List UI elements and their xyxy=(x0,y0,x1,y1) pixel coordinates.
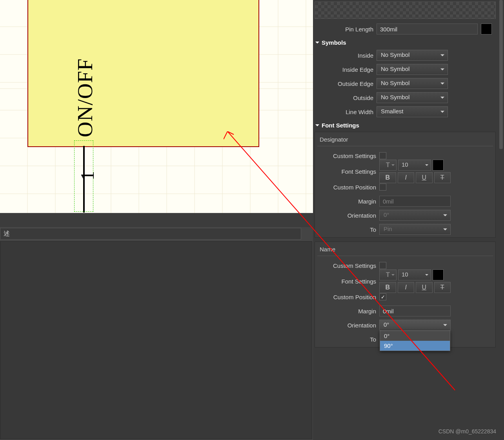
panel-scrollbar[interactable] xyxy=(498,0,504,440)
name-orientation-label: Orientation xyxy=(317,322,376,329)
name-to-label: To xyxy=(317,336,376,343)
properties-panel: Pin Length Symbols Inside No Symbol Insi… xyxy=(313,0,498,440)
inside-edge-dropdown[interactable]: No Symbol xyxy=(377,64,448,75)
designator-custom-position-checkbox[interactable] xyxy=(379,184,386,191)
font-settings-header-text: Font Settings xyxy=(322,122,359,129)
name-custom-position-label: Custom Position xyxy=(317,294,376,300)
designator-font-size-value: 10 xyxy=(402,161,408,168)
symbols-header-text: Symbols xyxy=(322,39,346,46)
chevron-down-icon xyxy=(440,83,444,85)
designator-group: Designator Custom Settings Font Settings… xyxy=(315,132,496,238)
name-font-family-dropdown[interactable]: T xyxy=(379,269,397,280)
chevron-down-icon xyxy=(440,69,444,71)
designator-bold-button[interactable]: B xyxy=(379,172,396,183)
name-bold-button[interactable]: B xyxy=(379,282,396,293)
line-width-value: Smallest xyxy=(381,108,404,115)
strikethrough-icon: T xyxy=(440,174,444,181)
chevron-down-icon xyxy=(443,215,447,216)
inside-label: Inside xyxy=(315,52,373,59)
line-width-dropdown[interactable]: Smallest xyxy=(377,106,448,117)
designator-orientation-dropdown: 0° xyxy=(379,210,451,221)
designator-to-label: To xyxy=(317,226,376,233)
outside-edge-label: Outside Edge xyxy=(315,80,373,87)
designator-custom-position-label: Custom Position xyxy=(317,184,376,191)
schematic-canvas[interactable]: ON/OFF 1 xyxy=(0,0,313,213)
name-orientation-options: 0° 90° xyxy=(380,331,450,351)
name-margin-label: Margin xyxy=(317,308,376,315)
name-font-color-swatch[interactable] xyxy=(433,269,444,280)
pin-length-input[interactable] xyxy=(377,24,478,35)
pin-length-label: Pin Length xyxy=(315,26,373,33)
name-margin-input[interactable] xyxy=(379,305,451,316)
pin-color-swatch[interactable] xyxy=(481,24,492,35)
underline-icon: U xyxy=(422,284,426,291)
name-custom-position-checkbox[interactable]: ✓ xyxy=(379,293,386,300)
chevron-down-icon xyxy=(391,164,395,166)
log-area[interactable] xyxy=(0,241,312,439)
font-icon: T xyxy=(386,162,390,169)
outside-edge-dropdown[interactable]: No Symbol xyxy=(377,78,448,89)
designator-orientation-label: Orientation xyxy=(317,212,376,219)
outside-dropdown[interactable]: No Symbol xyxy=(377,92,448,103)
collapse-icon xyxy=(315,124,319,126)
name-underline-button[interactable]: U xyxy=(416,282,433,293)
designator-margin-label: Margin xyxy=(317,198,376,205)
description-input[interactable] xyxy=(0,228,301,240)
underline-icon: U xyxy=(422,174,426,181)
name-italic-button[interactable]: I xyxy=(398,282,415,293)
preview-box xyxy=(315,2,496,19)
orientation-option-90[interactable]: 90° xyxy=(380,341,450,351)
orientation-option-0[interactable]: 0° xyxy=(380,331,450,341)
name-font-size-value: 10 xyxy=(402,271,408,278)
designator-italic-button[interactable]: I xyxy=(398,172,415,183)
chevron-down-icon xyxy=(443,324,447,326)
name-font-settings-label: Font Settings xyxy=(317,278,376,285)
outside-edge-value: No Symbol xyxy=(381,80,409,86)
name-header: Name xyxy=(317,244,493,256)
bold-icon: B xyxy=(385,284,390,291)
chevron-down-icon xyxy=(391,274,395,276)
designator-font-settings-label: Font Settings xyxy=(317,168,376,175)
collapse-icon xyxy=(315,42,319,44)
designator-to-dropdown: Pin xyxy=(379,224,451,235)
chevron-down-icon xyxy=(425,274,428,276)
bold-icon: B xyxy=(385,174,390,181)
designator-underline-button[interactable]: U xyxy=(416,172,433,183)
name-strike-button[interactable]: T xyxy=(434,282,451,293)
name-font-size-dropdown[interactable]: 10 xyxy=(398,269,431,280)
scrollbar-thumb[interactable] xyxy=(499,0,503,149)
designator-strike-button[interactable]: T xyxy=(434,172,451,183)
line-width-label: Line Width xyxy=(315,109,373,115)
designator-orientation-value: 0° xyxy=(384,211,389,218)
pin-number-label: 1 xyxy=(76,171,98,180)
italic-icon: I xyxy=(405,174,407,181)
designator-custom-settings-label: Custom Settings xyxy=(317,153,376,159)
chevron-down-icon xyxy=(440,111,444,113)
inside-value: No Symbol xyxy=(381,51,409,58)
bottom-tab-bar xyxy=(0,213,313,227)
name-custom-settings-label: Custom Settings xyxy=(317,262,376,269)
outside-value: No Symbol xyxy=(381,94,409,100)
designator-font-color-swatch[interactable] xyxy=(433,160,444,171)
inside-dropdown[interactable]: No Symbol xyxy=(377,50,448,61)
inside-edge-label: Inside Edge xyxy=(315,66,373,73)
outside-label: Outside xyxy=(315,95,373,101)
component-body xyxy=(27,0,259,147)
name-custom-settings-checkbox[interactable] xyxy=(379,262,386,269)
name-orientation-dropdown[interactable]: 0° 0° 90° xyxy=(379,320,451,331)
italic-icon: I xyxy=(405,284,407,291)
font-settings-section-header[interactable]: Font Settings xyxy=(315,119,496,131)
chevron-down-icon xyxy=(440,97,444,99)
font-icon: T xyxy=(386,271,390,278)
designator-custom-settings-checkbox[interactable] xyxy=(379,152,386,159)
chevron-down-icon xyxy=(425,164,428,166)
designator-to-value: Pin xyxy=(384,225,392,232)
designator-margin-input xyxy=(379,196,451,207)
symbols-section-header[interactable]: Symbols xyxy=(315,36,496,48)
watermark: CSDN @m0_65222834 xyxy=(438,428,496,435)
designator-font-family-dropdown[interactable]: T xyxy=(379,160,397,171)
strikethrough-icon: T xyxy=(440,284,444,291)
designator-font-size-dropdown[interactable]: 10 xyxy=(398,160,431,171)
name-group: Name Custom Settings Font Settings T xyxy=(315,242,496,347)
chevron-down-icon xyxy=(440,55,444,56)
